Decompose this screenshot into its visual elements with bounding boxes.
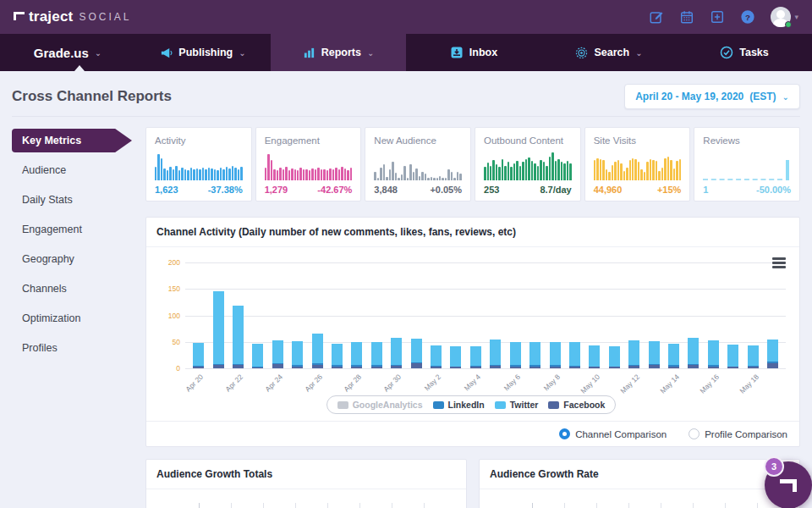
spark-bar <box>442 178 443 181</box>
legend-item-googleanalytics[interactable]: GoogleAnalytics <box>337 400 423 410</box>
spark-bar <box>240 167 242 180</box>
sidebar-item-profiles[interactable]: Profiles <box>12 336 145 360</box>
spark-bar <box>173 169 174 180</box>
metric-value: 44,960 <box>594 185 623 195</box>
bar-may-10 <box>584 262 604 368</box>
segment-facebook <box>628 366 639 368</box>
metric-card-new-audience[interactable]: New Audience3,848+0.05% <box>365 127 471 202</box>
spark-bar <box>528 157 529 180</box>
y-tick-label: 50 <box>155 338 180 346</box>
metric-card-outbound-content[interactable]: Outbound Content2538.7/day <box>475 127 581 202</box>
bar-may-3 <box>446 262 465 368</box>
spark-bar <box>786 160 789 180</box>
spark-bar <box>383 164 385 180</box>
spark-bar <box>294 169 296 180</box>
nav-item-publishing[interactable]: Publishing⌄ <box>135 34 271 71</box>
sidebar-item-daily-stats[interactable]: Daily Stats <box>12 188 145 212</box>
compose-icon[interactable] <box>649 9 664 25</box>
spark-bar <box>664 158 666 180</box>
sparkline-activity <box>155 151 243 180</box>
bar-may-9 <box>565 262 584 368</box>
spark-bar <box>380 168 381 180</box>
chevron-down-icon: ⌄ <box>239 48 245 58</box>
spark-bar <box>522 162 524 180</box>
spark-bar <box>484 167 486 180</box>
nav-item-search[interactable]: Search⌄ <box>541 34 677 71</box>
radio-profile-comparison[interactable]: Profile Comparison <box>689 428 787 439</box>
radio-channel-comparison[interactable]: Channel Comparison <box>559 428 667 439</box>
chevron-down-icon: ⌄ <box>635 48 642 58</box>
user-menu[interactable]: ▾ <box>771 7 798 27</box>
metric-title: Engagement <box>265 135 353 146</box>
spark-bar <box>323 169 325 180</box>
spark-bar <box>208 168 210 180</box>
metric-card-activity[interactable]: Activity1,623-37.38% <box>145 127 252 202</box>
segment-twitter <box>589 345 600 367</box>
metric-card-reviews[interactable]: Reviews1-50.00% <box>694 127 800 202</box>
metric-card-site-visits[interactable]: Site Visits44,960+15% <box>584 127 691 202</box>
metric-card-engagement[interactable]: Engagement1,279-42.67% <box>255 127 362 202</box>
spark-bar <box>451 172 453 181</box>
spark-bar <box>433 178 435 181</box>
radio-button[interactable] <box>689 428 700 439</box>
nav-item-inbox[interactable]: Inbox <box>406 34 541 71</box>
spark-bar <box>297 170 299 180</box>
segment-twitter <box>609 346 620 367</box>
bar-row-facebook: Facebook0.5% <box>480 503 787 508</box>
calendar-icon[interactable] <box>679 9 694 25</box>
bar-apr-29 <box>367 262 387 368</box>
spark-bar <box>279 168 281 180</box>
date-range-selector[interactable]: April 20 - May 19, 2020 (EST) ⌄ <box>624 84 800 109</box>
spark-bar <box>679 159 681 180</box>
help-icon[interactable]: ? <box>740 9 755 25</box>
sidebar-item-geography[interactable]: Geography <box>12 247 145 271</box>
nav-item-tasks[interactable]: Tasks <box>677 34 812 71</box>
legend-item-twitter[interactable]: Twitter <box>495 400 539 410</box>
spark-bar <box>178 170 180 180</box>
bar-may-19 <box>763 262 782 368</box>
bar-row-facebook: Facebook3 <box>146 503 454 508</box>
spark-bar <box>638 162 639 180</box>
sidebar-item-audience[interactable]: Audience <box>12 158 145 182</box>
metric-delta: -50.00% <box>756 185 791 195</box>
segment-twitter <box>391 338 402 364</box>
spark-bar <box>222 169 224 180</box>
spark-bar <box>299 168 301 180</box>
sidebar-item-key-metrics[interactable]: Key Metrics <box>12 129 132 152</box>
segment-facebook <box>292 367 303 369</box>
spark-bar <box>661 168 663 180</box>
spark-bar <box>640 169 642 180</box>
brand-logo[interactable]: traject SOCIAL <box>14 8 131 25</box>
chart-menu-icon[interactable] <box>772 257 786 268</box>
spark-bar <box>551 152 553 180</box>
spark-bar <box>658 171 660 180</box>
spark-bar <box>377 178 379 181</box>
segment-facebook <box>272 364 283 368</box>
spark-bar <box>567 161 568 180</box>
spark-bar <box>277 170 278 180</box>
brand-suffix: SOCIAL <box>79 11 131 23</box>
sidebar-item-engagement[interactable]: Engagement <box>12 218 145 241</box>
radio-button[interactable] <box>559 428 570 439</box>
spark-bar <box>395 173 397 180</box>
segment-twitter <box>668 344 679 366</box>
add-icon[interactable] <box>710 9 725 25</box>
spark-bar <box>196 168 198 180</box>
spark-bar <box>569 163 571 180</box>
nav-item-reports[interactable]: Reports⌄ <box>271 34 406 71</box>
nav-item-grade-us[interactable]: Grade.us⌄ <box>0 34 135 71</box>
fab-notification-badge[interactable]: 3 <box>764 456 784 477</box>
segment-facebook <box>411 363 422 368</box>
spark-bar <box>329 168 331 180</box>
spark-bar <box>516 161 518 180</box>
spark-bar <box>439 176 441 180</box>
metric-title: Site Visits <box>594 135 682 146</box>
channel-activity-plot: 050100150200 <box>155 262 786 368</box>
sidebar-item-optimization[interactable]: Optimization <box>12 306 145 330</box>
segment-facebook <box>688 365 699 368</box>
spark-bar <box>389 169 391 180</box>
legend-item-facebook[interactable]: Facebook <box>548 400 605 410</box>
sidebar-item-channels[interactable]: Channels <box>12 277 145 301</box>
legend-item-linkedin[interactable]: LinkedIn <box>433 400 485 410</box>
spark-bar <box>267 154 269 180</box>
